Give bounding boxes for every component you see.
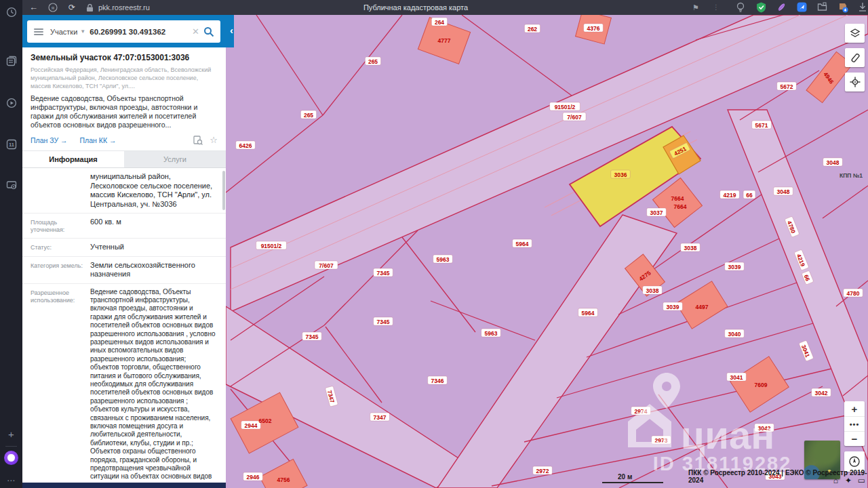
more-options-icon[interactable]: ⋯ [0,476,22,488]
parcel-label[interactable]: 264 [431,18,447,26]
search-input[interactable] [90,28,188,36]
tab-information[interactable]: Информация [22,151,124,167]
plan-kk-link[interactable]: План КК → [80,136,117,144]
parcel-label[interactable]: 4780 [844,289,863,297]
parcel-label[interactable]: 7347 [370,413,390,421]
attributes-table: муниципальный район, Лесколовское сельск… [22,168,226,488]
search-category[interactable]: Участки [50,28,77,36]
parcel-label[interactable]: 3041 [727,373,747,381]
add-panel-icon[interactable]: + [0,428,22,445]
parcel-label[interactable]: 4376 [584,24,604,32]
alice-assistant-icon[interactable] [4,451,18,465]
search-icon[interactable] [203,26,214,37]
parcel-label[interactable]: 7/607 [315,261,338,269]
plan-zu-link[interactable]: План ЗУ → [31,136,68,144]
screenshot-icon[interactable] [0,180,22,196]
history-icon[interactable] [0,7,22,23]
svg-text:4219: 4219 [724,192,736,199]
search-box[interactable]: Участки ▼ ✕ [27,20,220,43]
svg-text:4376: 4376 [587,25,600,32]
svg-text:5964: 5964 [516,241,529,247]
parcel-label[interactable]: 3036 [611,170,631,178]
parcel-label[interactable]: 7345 [374,317,393,325]
svg-text:3038: 3038 [684,245,697,251]
parcel-label[interactable]: 5964 [578,308,598,317]
parcel-label[interactable]: 5672 [777,82,797,90]
measure-button[interactable] [845,48,865,67]
parcel-label: 7664 [671,195,684,202]
extension-feather-icon[interactable] [776,2,787,13]
bookmark-flag-icon[interactable]: ⚑ [692,0,699,15]
parcel-label[interactable]: 66 [743,190,755,199]
marker-icon[interactable]: ✦ [845,476,852,485]
parcel-label[interactable]: 7346 [428,376,448,384]
parcel-label[interactable]: 262 [524,24,540,33]
parcel-label[interactable]: 7345 [302,332,322,340]
back-icon[interactable]: ← [29,0,38,15]
reload-icon[interactable]: ⟳ [68,0,75,15]
parcel-label[interactable]: 3038 [681,243,701,251]
zoom-out-button[interactable]: − [844,431,865,446]
parcel-label[interactable]: 265 [365,57,380,65]
video-icon[interactable] [0,98,22,114]
tabs-counter[interactable]: 11 [0,139,22,155]
preview-icon[interactable] [193,136,203,145]
collapse-panel-icon[interactable]: ‹ [230,24,233,36]
page-title: Публичная кадастровая карта [321,0,511,15]
parcel-label[interactable]: 91501/2 [256,241,287,249]
svg-text:3048: 3048 [777,188,790,195]
parcel-label[interactable]: 3039 [663,302,683,310]
parcel-label[interactable]: 3039 [725,262,745,270]
extension-collections-icon[interactable] [817,2,828,13]
svg-text:6426: 6426 [239,142,252,149]
parcel-label[interactable]: 5963 [433,255,453,263]
parcel-label[interactable]: 91501/2 [550,102,580,110]
locate-button[interactable] [845,73,865,92]
layers-button[interactable] [845,24,865,43]
url-text[interactable]: pkk.rosreestr.ru [98,0,150,15]
downloads-icon[interactable] [858,2,868,13]
yandex-badge-icon[interactable]: я [48,0,58,15]
parcel-label[interactable]: 5964 [513,239,532,247]
panel-footer-strip [22,483,226,488]
svg-text:5672: 5672 [781,83,793,90]
parcel-label[interactable]: 5671 [752,121,772,129]
extension-badge-icon[interactable] [837,2,848,13]
feed-icon[interactable] [0,56,22,72]
svg-text:91501/2: 91501/2 [261,243,282,249]
parcel-label[interactable]: 265 [300,110,316,119]
parcel-label[interactable]: 3048 [774,187,793,195]
parcel-label[interactable]: 7/607 [563,113,586,121]
svg-text:5671: 5671 [755,122,768,129]
parcel-label[interactable]: 3040 [725,329,745,338]
svg-text:7664: 7664 [671,195,684,202]
parcel-label[interactable]: 3037 [647,208,667,216]
panel-scrollbar[interactable] [222,171,225,210]
svg-text:КПП №1: КПП №1 [840,172,863,179]
zoom-levels-button[interactable]: ••• [844,416,865,431]
svg-text:7345: 7345 [377,319,390,325]
zoom-in-button[interactable]: + [844,401,865,416]
parcel-label[interactable]: 3048 [823,158,843,166]
parcel-label[interactable]: 4219 [720,190,740,199]
favorite-star-icon[interactable]: ☆ [210,135,218,145]
parcel-label[interactable]: 2944 [241,421,261,429]
parcel-label[interactable]: 6426 [236,141,256,149]
parcel-label[interactable]: 5963 [481,329,501,337]
home-icon[interactable]: ⌂ [833,476,838,485]
extension-shield-icon[interactable] [756,2,767,13]
svg-text:6502: 6502 [259,418,272,424]
extension-yandex-icon[interactable] [797,2,808,13]
parcel-label[interactable]: 3042 [812,388,831,396]
compass-icon [848,455,861,468]
menu-icon[interactable] [34,27,43,37]
extension-bulb-icon[interactable] [736,2,747,13]
parcel-label[interactable]: 3038 [643,286,663,294]
browser-side-rail: 11 + ⋯ [0,0,22,488]
clear-search-icon[interactable]: ✕ [188,26,203,37]
fullscreen-icon[interactable]: ▭ [858,476,865,485]
chevron-down-icon[interactable]: ▼ [80,28,85,35]
browser-topbar: ← я ⟳ pkk.rosreestr.ru Публичная кадастр… [22,0,868,15]
parcel-label[interactable]: 7345 [374,268,393,277]
tab-services[interactable]: Услуги [124,151,226,167]
